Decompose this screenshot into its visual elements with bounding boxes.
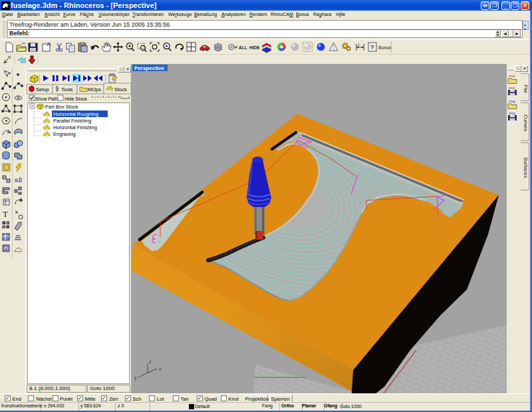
svg-text:Stock: Stock <box>114 87 127 93</box>
svg-text:vmp: vmp <box>509 74 515 78</box>
svg-text:y: y <box>134 375 137 381</box>
svg-text:vmp: vmp <box>509 86 515 90</box>
svg-text:1: 1 <box>358 43 360 47</box>
svg-text:mcg: mcg <box>509 99 515 103</box>
svg-text:T: T <box>3 209 8 219</box>
svg-text:Part Box Stock: Part Box Stock <box>45 104 78 110</box>
svg-text:MOps: MOps <box>88 87 101 93</box>
svg-text:Horizontal Finishing: Horizontal Finishing <box>53 124 97 130</box>
svg-text:Setup: Setup <box>36 87 49 93</box>
svg-text:Engraving: Engraving <box>53 131 76 137</box>
svg-text:z: z <box>149 359 152 364</box>
svg-text:x: x <box>159 367 162 371</box>
svg-text:Show Path: Show Path <box>35 97 58 101</box>
svg-text:Perspective: Perspective <box>134 65 164 71</box>
svg-text:mcg: mcg <box>509 111 515 115</box>
svg-text:Bonus: Bonus <box>378 45 392 50</box>
svg-text:Parallel Finishing: Parallel Finishing <box>53 118 91 124</box>
svg-text:?: ? <box>370 44 374 51</box>
svg-text:Hide Stock: Hide Stock <box>65 97 87 101</box>
svg-text:Tools: Tools <box>61 87 73 93</box>
svg-text:HIDE: HIDE <box>249 45 260 50</box>
svg-text:ALL: ALL <box>239 45 247 50</box>
svg-text:Horizontal Roughing: Horizontal Roughing <box>53 111 98 117</box>
